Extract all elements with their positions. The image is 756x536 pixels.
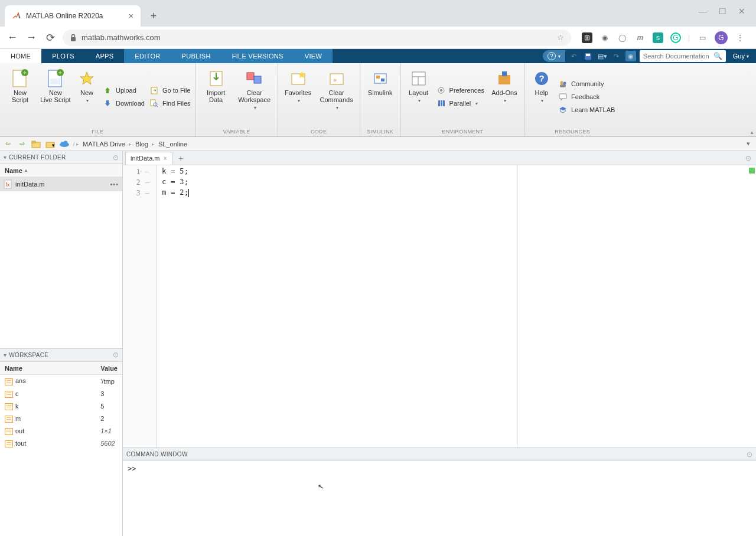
tab-publish[interactable]: PUBLISH <box>171 49 221 63</box>
command-body[interactable]: >> ↖ <box>123 461 756 536</box>
help-button[interactable]: ? Help▾ <box>530 67 553 127</box>
tab-fileversions[interactable]: FILE VERSIONS <box>221 49 294 63</box>
ext-icon-2[interactable]: ◉ <box>599 32 610 43</box>
close-button[interactable]: ✕ <box>738 6 745 16</box>
svg-rect-34 <box>502 71 507 76</box>
row-menu-icon[interactable]: ••• <box>110 181 119 188</box>
search-icon[interactable]: 🔍 <box>713 52 722 60</box>
ws-row[interactable]: c3 <box>0 388 122 400</box>
collapse-toolstrip[interactable]: ▴ <box>751 129 754 135</box>
search-input[interactable] <box>643 53 713 60</box>
learn-button[interactable]: Learn MATLAB <box>558 105 615 115</box>
cast-icon[interactable]: ▭ <box>697 32 708 43</box>
addons-button[interactable]: Add-Ons▾ <box>489 67 520 127</box>
command-window-header: COMMAND WINDOW ⊙ <box>123 448 756 461</box>
collapse-icon[interactable]: ▾ <box>4 154 6 161</box>
ext-icon-1[interactable]: ⊞ <box>582 32 592 43</box>
breadcrumb-1[interactable]: MATLAB Drive <box>83 140 125 148</box>
ws-row[interactable]: out1×1 <box>0 425 122 437</box>
layout-button[interactable]: Layout▾ <box>406 67 432 127</box>
tab-view[interactable]: VIEW <box>294 49 333 63</box>
browser-tab[interactable]: MATLAB Online R2020a × <box>5 5 141 27</box>
cloud-icon[interactable] <box>59 139 70 149</box>
ws-row[interactable]: tout5602 <box>0 437 122 450</box>
tab-editor[interactable]: EDITOR <box>124 49 171 63</box>
tab-title: MATLAB Online R2020a <box>26 12 103 20</box>
help-bubble[interactable]: ? ▾ <box>543 50 565 62</box>
new-button[interactable]: New▾ <box>76 67 98 127</box>
nav-back[interactable]: ⇦ <box>2 139 13 149</box>
back-button[interactable]: ← <box>6 31 19 44</box>
svg-text:fx: fx <box>5 182 10 188</box>
simulink-button[interactable]: Simulink <box>365 67 396 127</box>
menu-icon[interactable]: ⋮ <box>735 32 745 43</box>
profile-avatar[interactable]: G <box>715 31 728 44</box>
minimize-button[interactable]: — <box>699 6 707 16</box>
ext-icon-4[interactable]: s <box>653 32 663 43</box>
clear-commands-button[interactable]: » Clear Commands ▾ <box>318 67 355 127</box>
import-data-button[interactable]: Import Data <box>201 67 232 127</box>
path-dropdown[interactable]: ▾ <box>743 139 754 149</box>
maximize-button[interactable]: ☐ <box>719 6 726 16</box>
tab-home[interactable]: HOME <box>0 49 41 63</box>
editor-menu-icon[interactable]: ⊙ <box>745 154 751 162</box>
new-livescript-button[interactable]: + New Live Script <box>40 67 71 127</box>
ext-icon-mathworks[interactable]: m <box>635 32 646 43</box>
code-ok-marker <box>749 168 755 174</box>
community-button[interactable]: Community <box>558 79 615 89</box>
collapse-icon[interactable]: ▾ <box>4 352 6 358</box>
forward-button[interactable]: → <box>25 31 38 44</box>
panel-menu-icon[interactable]: ⊙ <box>113 153 119 162</box>
tab-close-icon[interactable]: × <box>129 11 133 21</box>
parallel-button[interactable]: Parallel ▾ <box>436 99 484 108</box>
redo-quick[interactable]: ↷ <box>611 51 622 61</box>
svg-rect-42 <box>32 141 35 143</box>
panel-menu-icon[interactable]: ⊙ <box>113 351 119 359</box>
editor-body[interactable]: 1–2–3– k = 5;c = 3;m = 2; <box>123 165 756 447</box>
nav-fwd[interactable]: ⇨ <box>17 139 27 149</box>
find-files-button[interactable]: Find Files <box>149 99 191 108</box>
goto-file-button[interactable]: Go to File <box>149 86 191 95</box>
breadcrumb-3[interactable]: SL_online <box>158 140 187 148</box>
main-layout: ▾ CURRENT FOLDER ⊙ Name▴ fx initData.m •… <box>0 151 756 536</box>
folder-browse[interactable]: ▾ <box>45 139 56 149</box>
ws-row[interactable]: m2 <box>0 413 122 425</box>
svg-point-37 <box>560 81 563 84</box>
user-menu[interactable]: Guy▾ <box>729 53 752 60</box>
editor-tab[interactable]: initData.m × <box>125 152 172 165</box>
tab-apps[interactable]: APPS <box>85 49 125 63</box>
star-icon[interactable]: ☆ <box>557 33 564 42</box>
ext-icon-3[interactable]: ◯ <box>617 32 628 43</box>
settings-quick[interactable]: ◉ <box>625 51 636 61</box>
file-col-header[interactable]: Name▴ <box>0 164 122 177</box>
panel-menu-icon[interactable]: ⊙ <box>747 450 752 459</box>
tab-plots[interactable]: PLOTS <box>41 49 85 63</box>
search-documentation[interactable]: 🔍 <box>640 50 726 62</box>
copy-quick[interactable]: ▤▾ <box>597 51 608 61</box>
download-button[interactable]: Download <box>103 99 145 108</box>
new-editor-tab[interactable]: + <box>175 153 187 163</box>
url-field[interactable]: matlab.mathworks.com ☆ <box>63 30 571 46</box>
save-quick[interactable] <box>583 51 594 61</box>
feedback-button[interactable]: Feedback <box>558 92 615 102</box>
clear-workspace-button[interactable]: Clear Workspace ▾ <box>236 67 273 127</box>
reload-button[interactable]: ⟳ <box>44 31 57 44</box>
file-row[interactable]: fx initData.m ••• <box>0 177 122 191</box>
close-icon[interactable]: × <box>164 155 167 162</box>
ext-icon-grammarly[interactable]: G <box>670 32 681 43</box>
undo-quick[interactable]: ↶ <box>569 51 579 61</box>
breadcrumb-2[interactable]: Blog <box>135 140 148 148</box>
svg-rect-7 <box>50 79 60 84</box>
ws-col-name[interactable]: Name <box>0 362 96 375</box>
ws-row[interactable]: ans'/tmp <box>0 375 122 388</box>
new-tab-button[interactable]: + <box>145 8 162 24</box>
upload-button[interactable]: Upload <box>103 86 145 95</box>
current-folder-header: ▾ CURRENT FOLDER ⊙ <box>0 151 122 164</box>
code-area[interactable]: k = 5;c = 3;m = 2; <box>157 165 756 447</box>
folder-up[interactable] <box>31 139 41 149</box>
new-script-button[interactable]: + New Script <box>5 67 35 127</box>
preferences-button[interactable]: Preferences <box>436 86 484 95</box>
ws-col-value[interactable]: Value <box>96 362 122 375</box>
favorites-button[interactable]: Favorites▾ <box>283 67 314 127</box>
ws-row[interactable]: k5 <box>0 400 122 413</box>
